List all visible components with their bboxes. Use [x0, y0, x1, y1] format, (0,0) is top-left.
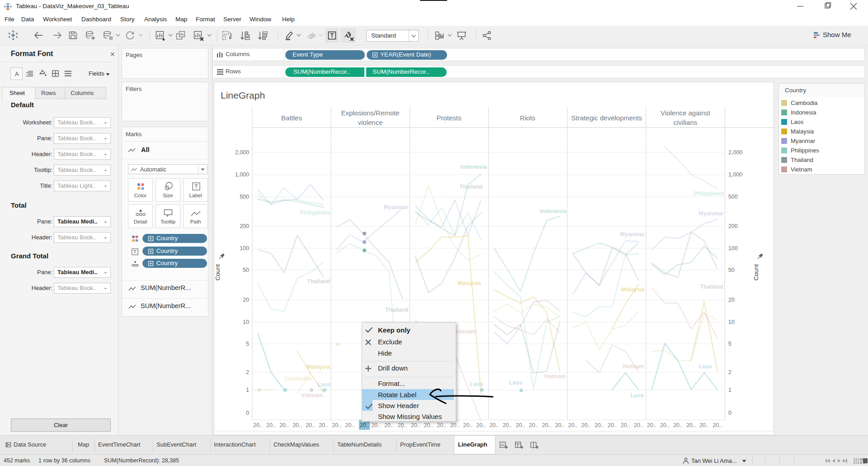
svg-text:Vietnam: Vietnam	[301, 392, 323, 399]
svg-text:Vietnam: Vietnam	[544, 373, 566, 380]
svg-text:Myanmar: Myanmar	[384, 204, 409, 210]
svg-text:Thailand: Thailand	[307, 278, 330, 285]
svg-text:20..: 20..	[490, 422, 499, 428]
svg-text:20..: 20..	[371, 422, 381, 428]
svg-text:Count: Count	[214, 264, 221, 281]
svg-text:1,000: 1,000	[235, 171, 249, 178]
svg-text:200: 200	[728, 223, 738, 229]
svg-text:20..: 20..	[542, 422, 552, 428]
svg-text:Laos: Laos	[317, 381, 330, 388]
svg-text:20..: 20..	[634, 422, 643, 428]
svg-text:100: 100	[240, 245, 249, 252]
svg-text:Thailand: Thailand	[700, 284, 723, 290]
svg-text:Philippines: Philippines	[300, 209, 330, 216]
svg-text:Myanmar: Myanmar	[699, 210, 724, 217]
svg-text:Protests: Protests	[436, 114, 461, 122]
svg-text:2,000: 2,000	[728, 149, 742, 156]
svg-text:Malaysia: Malaysia	[458, 280, 481, 286]
svg-text:Laos: Laos	[509, 380, 522, 386]
svg-text:Riots: Riots	[520, 114, 535, 122]
svg-text:LineGraph: LineGraph	[221, 90, 265, 100]
svg-text:20..: 20..	[384, 422, 394, 428]
svg-text:20..: 20..	[332, 422, 341, 428]
svg-text:20..: 20..	[660, 422, 670, 428]
svg-text:Violence against: Violence against	[660, 109, 711, 117]
svg-text:0: 0	[728, 410, 731, 416]
svg-text:Thailand: Thailand	[385, 307, 408, 313]
svg-text:20..: 20..	[503, 422, 512, 428]
svg-text:20: 20	[728, 297, 735, 303]
svg-text:violence: violence	[358, 119, 382, 126]
svg-text:20..: 20..	[581, 422, 591, 428]
svg-text:2,000: 2,000	[235, 149, 249, 156]
svg-text:Malaysia: Malaysia	[307, 364, 330, 370]
svg-text:20..: 20..	[686, 422, 696, 428]
svg-text:0: 0	[246, 410, 249, 416]
svg-text:20..: 20..	[360, 422, 369, 428]
svg-text:100: 100	[728, 245, 738, 252]
svg-text:500: 500	[240, 194, 249, 200]
svg-text:20..: 20..	[292, 422, 302, 428]
svg-text:20..: 20..	[621, 422, 630, 428]
svg-text:20..: 20..	[306, 422, 315, 428]
svg-text:20..: 20..	[699, 422, 709, 428]
svg-text:20..: 20..	[437, 422, 447, 428]
svg-text:10: 10	[243, 319, 249, 325]
svg-text:20: 20	[243, 297, 249, 303]
svg-text:Malaysia: Malaysia	[621, 286, 645, 293]
svg-text:20..: 20..	[529, 422, 538, 428]
svg-text:20..: 20..	[555, 422, 565, 428]
svg-text:Thailand: Thailand	[459, 184, 482, 190]
svg-text:20..: 20..	[345, 422, 354, 428]
svg-text:20..: 20..	[410, 422, 420, 428]
svg-text:20..: 20..	[450, 422, 460, 428]
svg-text:50: 50	[243, 267, 249, 273]
svg-text:2: 2	[246, 369, 249, 376]
svg-text:20..: 20..	[463, 422, 473, 428]
svg-text:2: 2	[728, 369, 731, 376]
svg-text:20..: 20..	[319, 422, 328, 428]
svg-text:500: 500	[728, 194, 738, 200]
svg-text:Strategic developments: Strategic developments	[571, 114, 642, 122]
svg-text:20..: 20..	[673, 422, 683, 428]
svg-text:10: 10	[728, 319, 735, 325]
svg-text:200: 200	[240, 223, 249, 229]
svg-text:20..: 20..	[608, 422, 617, 428]
svg-text:20..: 20..	[279, 422, 289, 428]
svg-text:Vietnam: Vietnam	[622, 363, 644, 370]
svg-text:Philippines: Philippines	[694, 190, 724, 197]
svg-text:1: 1	[246, 387, 249, 393]
svg-text:20..: 20..	[253, 422, 263, 428]
svg-text:20..: 20..	[476, 422, 486, 428]
svg-text:50: 50	[728, 267, 735, 273]
svg-text:20..: 20..	[594, 422, 604, 428]
svg-text:20..: 20..	[647, 422, 656, 428]
svg-text:20..: 20..	[568, 422, 578, 428]
svg-text:Battles: Battles	[281, 114, 302, 122]
svg-text:Vietnam: Vietnam	[454, 328, 476, 335]
svg-text:Indonesia: Indonesia	[540, 208, 567, 214]
svg-text:1: 1	[728, 387, 731, 393]
svg-text:Indonesia: Indonesia	[461, 164, 487, 170]
svg-text:1,000: 1,000	[728, 171, 742, 178]
svg-text:20..: 20..	[424, 422, 433, 428]
svg-text:Count: Count	[753, 264, 760, 281]
svg-text:20..: 20..	[516, 422, 525, 428]
svg-text:5: 5	[246, 341, 249, 347]
svg-text:20..: 20..	[266, 422, 276, 428]
svg-text:20..: 20..	[712, 422, 722, 428]
svg-text:Explosions/Remote: Explosions/Remote	[341, 109, 399, 117]
svg-text:civilians: civilians	[674, 119, 698, 126]
svg-text:Laos: Laos	[630, 392, 643, 399]
svg-text:5: 5	[728, 341, 731, 347]
svg-text:Laos: Laos	[698, 363, 712, 370]
svg-text:Cambodia: Cambodia	[284, 376, 312, 382]
svg-text:Myanmar: Myanmar	[620, 231, 645, 238]
